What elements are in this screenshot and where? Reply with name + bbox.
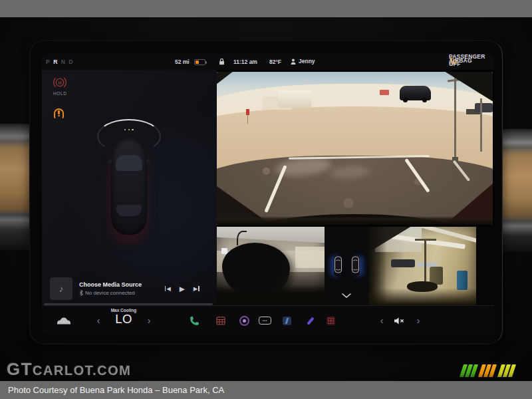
dashboard-photo: PRND 52 mi 11:12 am 82°F Jenny PASSENGE [0,17,532,381]
vehicle-controls-button[interactable] [55,306,72,334]
camera-app-button[interactable] [326,306,336,334]
lock-icon[interactable] [219,58,225,66]
rear-glass [116,205,142,216]
camera-light-pole-2 [480,98,482,152]
windshield [116,155,142,171]
camera-distant-cars [475,103,493,112]
battery-range: 52 mi [175,59,190,65]
media-title: Choose Media Source [79,281,142,288]
speaker-muted-icon [394,317,405,325]
calendar-icon [216,316,225,325]
left-cam-hanging-hook [237,231,247,245]
logo-yellow-stripes [499,364,514,377]
climate-temperature-control[interactable]: Max Cooling LO [105,308,142,326]
battery-fill [196,61,199,64]
left-cam-ground-shadow [217,285,325,305]
previous-track-button[interactable]: ◀ [165,285,171,292]
camera-panel [217,70,494,305]
volume-down-arrow[interactable]: ‹ [377,306,386,334]
car-icon [56,317,72,325]
album-art-placeholder: ♪ [50,277,72,300]
airbag-text: PASSENGER AIRBAG OFF [449,55,485,66]
screenshot-root: 2018 Tesla Model 3 Long Range AWD, Black… [0,0,532,399]
side-camera-left-view[interactable] [217,227,325,305]
hold-label: HOLD [53,91,66,96]
proximity-dots [124,129,134,130]
status-bar: PRND 52 mi 11:12 am 82°F Jenny PASSENGE [42,54,494,70]
gear-r-active: R [53,59,57,65]
temp-decrease-arrow[interactable]: ‹ [94,306,103,334]
mirror-left [108,159,112,164]
touchscreen-display: PRND 52 mi 11:12 am 82°F Jenny PASSENGE [42,54,494,334]
stripes-logo [462,364,514,377]
wood-trim-left [0,124,31,250]
phone-button[interactable] [189,306,200,334]
camera-red-flag [246,109,249,115]
media-subtitle-row: No device connected [79,290,142,296]
rear-camera-view [217,72,493,225]
music-note-icon: ♪ [59,283,64,294]
media-subtitle: No device connected [85,290,135,296]
camera-app-icon [327,317,335,325]
clock: 11:12 am [233,59,257,65]
tesla-touchscreen: PRND 52 mi 11:12 am 82°F Jenny PASSENGE [29,40,503,344]
play-button[interactable]: ▶ [180,285,185,293]
more-apps-button[interactable]: ••• [258,306,272,334]
right-cam-blue-barrel [457,271,467,290]
photo-credit-bar: Photo Courtesy of Buena Park Honda – Bue… [0,381,532,399]
left-repeater-camera-button[interactable] [334,256,342,276]
volume-up-arrow[interactable]: › [414,306,423,334]
energy-app-icon [283,317,291,325]
collapse-chevron-icon[interactable] [342,289,351,301]
temp-increase-arrow[interactable]: › [144,306,154,334]
left-cam-building [295,247,325,268]
app-launcher-bar: ‹ Max Cooling LO › [42,305,494,334]
right-cam-ground-shadow [368,288,476,305]
gear-d: D [68,59,72,65]
logo-green-stripes [462,364,476,377]
bluetooth-icon [79,290,83,296]
camera-panel-gap [476,227,494,305]
media-app-icon [239,316,249,326]
logo-orange-stripes [480,364,495,377]
svg-text:H: H [59,80,62,85]
phone-icon [190,316,200,326]
gear-n: N [61,59,65,65]
vehicle-render [111,138,147,235]
side-camera-right-view[interactable] [368,227,476,305]
browser-app-button[interactable] [305,306,315,334]
calendar-button[interactable] [215,306,225,334]
right-cam-distant-cars [391,259,415,267]
camera-parked-suv [400,86,431,100]
passenger-airbag-indicator: PASSENGER AIRBAG OFF [449,57,458,65]
energy-app-button[interactable] [282,306,292,334]
person-icon [291,59,296,65]
site-watermark: GTcarlot.com [7,359,131,380]
tpms-exclamation [58,110,59,114]
more-apps-icon: ••• [259,317,271,325]
wood-trim-right [503,129,532,252]
media-text: Choose Media Source No device connected [79,281,142,296]
driver-profile-name: Jenny [299,58,315,65]
camera-white-sheds [278,90,311,108]
gear-p: P [46,59,50,65]
main-area: H HOLD [42,70,494,305]
listing-title-bar: 2018 Tesla Model 3 Long Range AWD, Black… [0,0,532,17]
media-player[interactable]: ♪ Choose Media Source No device connecte… [42,275,217,303]
camera-selector-strip [325,227,368,305]
media-app-button[interactable] [239,306,250,334]
bumper-strip [217,216,493,225]
mute-button[interactable] [392,306,406,334]
camera-light-pole [454,77,456,158]
brake-hold-icon: H [53,75,67,92]
right-repeater-camera-button[interactable] [351,256,360,276]
photo-credit: Photo Courtesy of Buena Park Honda – Bue… [8,385,224,395]
climate-temp-value: LO [105,313,142,326]
mirror-right [146,159,150,164]
right-cam-post [424,239,426,287]
tire-pressure-warning-icon [54,108,64,118]
driver-profile[interactable]: Jenny [291,58,315,65]
battery-icon [194,59,205,65]
next-track-button[interactable]: ▶ [194,285,200,292]
camera-red-sign [380,90,389,95]
